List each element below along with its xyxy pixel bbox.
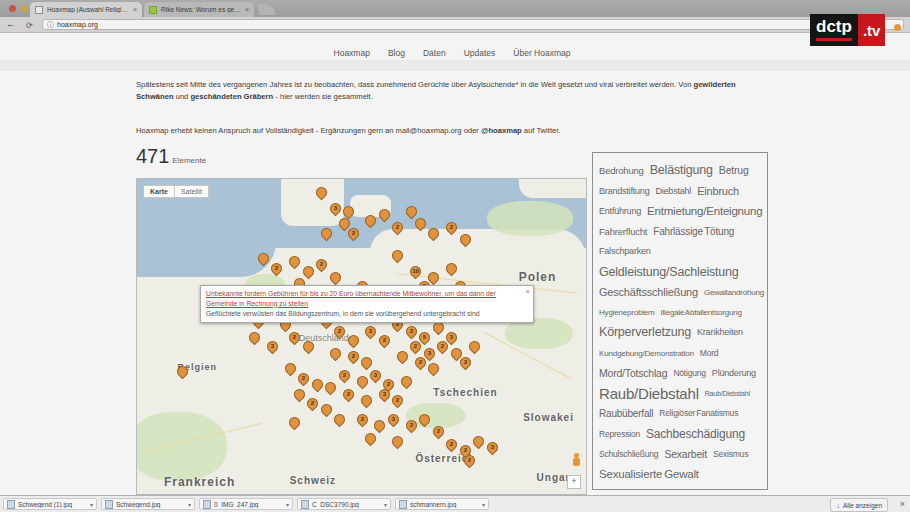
map-cluster-marker[interactable]: 2 bbox=[390, 393, 406, 409]
chevron-down-icon[interactable]: ▾ bbox=[482, 501, 485, 508]
nav-link-updates[interactable]: Updates bbox=[464, 48, 496, 58]
tag-krankheiten[interactable]: Krankheiten bbox=[697, 327, 743, 337]
map-marker[interactable] bbox=[444, 260, 460, 276]
tag-sexismus[interactable]: Sexismus bbox=[713, 449, 748, 459]
map-marker[interactable] bbox=[359, 355, 375, 371]
map-type-karte-button[interactable]: Karte bbox=[143, 185, 175, 198]
tag-bel-stigung[interactable]: Belästigung bbox=[650, 163, 713, 177]
map-cluster-marker[interactable]: 2 bbox=[305, 396, 321, 412]
nav-link-blog[interactable]: Blog bbox=[388, 48, 405, 58]
tab-close-icon[interactable]: × bbox=[133, 6, 137, 13]
map-marker[interactable] bbox=[300, 263, 316, 279]
tag-betrug[interactable]: Betrug bbox=[719, 164, 749, 176]
tab-news[interactable]: Rike News: Worum es geht u... × bbox=[144, 2, 254, 17]
tag-pl-nderung[interactable]: Plünderung bbox=[712, 368, 756, 378]
new-tab-button[interactable] bbox=[256, 4, 276, 15]
map-marker[interactable] bbox=[399, 374, 415, 390]
tag-brandstiftung[interactable]: Brandstiftung bbox=[599, 186, 649, 196]
chevron-down-icon[interactable]: ▾ bbox=[384, 501, 387, 508]
tab-close-icon[interactable]: × bbox=[245, 6, 249, 13]
map-marker[interactable] bbox=[291, 386, 307, 402]
map-cluster-marker[interactable]: 2 bbox=[336, 367, 352, 383]
tag-diebstahl[interactable]: Diebstahl bbox=[655, 186, 691, 196]
tag-bedrohung[interactable]: Bedrohung bbox=[599, 165, 644, 176]
pegman-icon[interactable] bbox=[572, 453, 580, 467]
tag-fahrl-ssige-t-tung[interactable]: Fahrlässige Tötung bbox=[653, 226, 734, 237]
map-marker[interactable] bbox=[327, 345, 343, 361]
tag-sexarbeit[interactable]: Sexarbeit bbox=[664, 448, 707, 460]
map-marker[interactable] bbox=[282, 361, 298, 377]
map-cluster-marker[interactable]: 3 bbox=[404, 323, 420, 339]
tag-entmietung-enteignung[interactable]: Entmietung/Enteignung bbox=[647, 205, 762, 217]
tag-sachbesch-digung[interactable]: Sachbeschädigung bbox=[646, 427, 745, 441]
map-cluster-marker[interactable]: 2 bbox=[377, 333, 393, 349]
window-minimize-button[interactable] bbox=[21, 5, 28, 12]
map-cluster-marker[interactable]: 2 bbox=[314, 257, 330, 273]
map-cluster-marker[interactable]: 3 bbox=[386, 411, 402, 427]
tab-hoaxmap[interactable]: Hoaxmap (Auswahl Religiös... × bbox=[30, 2, 142, 17]
tag-repression[interactable]: Repression bbox=[599, 429, 640, 439]
window-close-button[interactable] bbox=[9, 5, 16, 12]
tag-entf-hrung[interactable]: Entführung bbox=[599, 206, 641, 216]
tag-sexualisierte-gewalt[interactable]: Sexualisierte Gewalt bbox=[599, 468, 699, 480]
download-item-schwegend-jpg[interactable]: Schwegend.jpg▾ bbox=[101, 498, 195, 510]
map-cluster-marker[interactable]: 2 bbox=[296, 370, 312, 386]
map-marker[interactable] bbox=[363, 430, 379, 446]
map-marker[interactable] bbox=[246, 330, 262, 346]
tag-kundgebung-demonstration[interactable]: Kundgebung/Demonstration bbox=[599, 349, 694, 358]
map-marker[interactable] bbox=[309, 377, 325, 393]
map-cluster-marker[interactable]: 2 bbox=[354, 411, 370, 427]
tag-geldleistung-sachleistung[interactable]: Geldleistung/Sachleistung bbox=[599, 265, 739, 279]
tag-raub-berfall[interactable]: Raubüberfall bbox=[599, 408, 653, 419]
map-cluster-marker[interactable]: 3 bbox=[363, 323, 379, 339]
map-marker[interactable] bbox=[287, 415, 303, 431]
map-marker[interactable] bbox=[372, 418, 388, 434]
tag-gesch-ftsschlie-ung[interactable]: Geschäftsschließung bbox=[599, 286, 698, 298]
map-marker[interactable] bbox=[359, 393, 375, 409]
hoax-map[interactable]: PolenTschechienSlowakeiÖsterreichUngarnS… bbox=[136, 178, 587, 495]
map-marker[interactable] bbox=[390, 433, 406, 449]
show-all-downloads-button[interactable]: ↓ Alle anzeigen bbox=[830, 498, 888, 512]
map-cluster-marker[interactable]: 2 bbox=[444, 437, 460, 453]
map-marker[interactable] bbox=[323, 380, 339, 396]
map-type-satellit-button[interactable]: Satellit bbox=[175, 185, 209, 198]
map-marker[interactable] bbox=[354, 374, 370, 390]
map-marker[interactable] bbox=[466, 339, 482, 355]
tag-hygieneproblem[interactable]: Hygieneproblem bbox=[599, 308, 654, 317]
map-marker[interactable] bbox=[287, 254, 303, 270]
zoom-in-button[interactable]: + bbox=[567, 475, 581, 489]
download-item-0-img-247-jpg[interactable]: 0_IMG_247.jpg▾ bbox=[199, 498, 293, 510]
tag-einbruch[interactable]: Einbruch bbox=[697, 185, 739, 197]
downloads-bar-close-icon[interactable]: × bbox=[900, 499, 905, 509]
map-marker[interactable] bbox=[426, 361, 442, 377]
tag-sonstiges[interactable]: Sonstiges bbox=[599, 488, 657, 490]
address-bar[interactable]: ⓘ hoaxmap.org bbox=[42, 19, 904, 30]
map-marker[interactable] bbox=[318, 402, 334, 418]
tag-gewaltandrohung[interactable]: Gewaltandrohung bbox=[704, 288, 764, 297]
tag-n-tigung[interactable]: Nötigung bbox=[673, 368, 705, 378]
tag-raub-diebstahl[interactable]: Raub/Diebstahl bbox=[599, 385, 699, 402]
map-cluster-marker[interactable]: 3 bbox=[368, 367, 384, 383]
map-marker[interactable] bbox=[395, 348, 411, 364]
download-item-c-dsc3790-jpg[interactable]: C_DSC3790.jpg▾ bbox=[297, 498, 391, 510]
tag-mord[interactable]: Mord bbox=[700, 348, 719, 358]
download-item-schmannern-jpg[interactable]: schmannern.jpg▾ bbox=[395, 498, 489, 510]
back-icon[interactable]: ← bbox=[6, 19, 15, 30]
page-info-icon[interactable]: ⓘ bbox=[47, 20, 54, 30]
tag-fahrerflucht[interactable]: Fahrerflucht bbox=[599, 226, 647, 237]
map-marker[interactable] bbox=[327, 270, 343, 286]
chevron-down-icon[interactable]: ▾ bbox=[90, 501, 93, 508]
download-item-schwegend-1-jpg[interactable]: Schwegend (1).jpg▾ bbox=[3, 498, 97, 510]
tag-mord-totschlag[interactable]: Mord/Totschlag bbox=[599, 367, 667, 379]
map-cluster-marker[interactable]: 2 bbox=[341, 386, 357, 402]
tag-religi-ser-fanatismus[interactable]: Religiöser Fanatismus bbox=[659, 408, 738, 418]
map-cluster-marker[interactable]: 3 bbox=[484, 440, 500, 456]
map-marker[interactable] bbox=[332, 411, 348, 427]
popup-link[interactable]: Unbekannte fordern Gebühren für bis zu 2… bbox=[206, 289, 519, 308]
map-cluster-marker[interactable]: 2 bbox=[345, 348, 361, 364]
chevron-down-icon[interactable]: ▾ bbox=[188, 501, 191, 508]
nav-link-daten[interactable]: Daten bbox=[423, 48, 446, 58]
map-marker[interactable] bbox=[471, 433, 487, 449]
popup-close-icon[interactable]: × bbox=[525, 287, 530, 296]
tag-schulschlie-ung[interactable]: Schulschließung bbox=[599, 449, 658, 459]
